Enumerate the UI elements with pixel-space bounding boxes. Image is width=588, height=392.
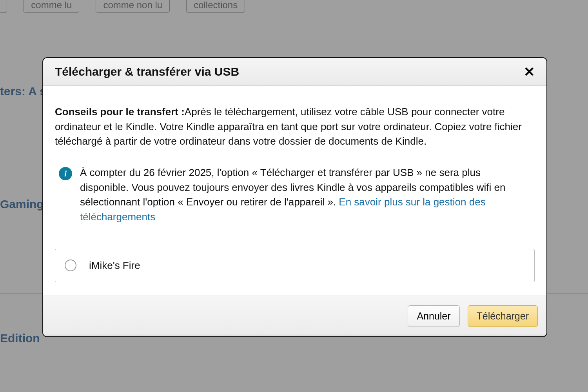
device-name-label: iMike's Fire [89,260,140,272]
modal-header: Télécharger & transférer via USB ✕ [43,58,546,86]
transfer-tips: Conseils pour le transfert :Après le tél… [55,105,535,149]
info-icon: i [59,167,72,180]
close-icon[interactable]: ✕ [524,65,535,78]
info-text: À compter du 26 février 2025, l'option «… [80,165,531,225]
modal-body: Conseils pour le transfert :Après le tél… [43,86,546,296]
device-radio[interactable] [65,260,76,271]
usb-transfer-modal: Télécharger & transférer via USB ✕ Conse… [42,57,547,337]
modal-title: Télécharger & transférer via USB [55,65,239,78]
transfer-tips-label: Conseils pour le transfert : [55,106,185,118]
modal-footer: Annuler Télécharger [43,296,546,336]
info-banner: i À compter du 26 février 2025, l'option… [55,165,535,225]
cancel-button[interactable]: Annuler [408,305,459,327]
device-option[interactable]: iMike's Fire [55,249,535,282]
download-button[interactable]: Télécharger [468,305,538,327]
